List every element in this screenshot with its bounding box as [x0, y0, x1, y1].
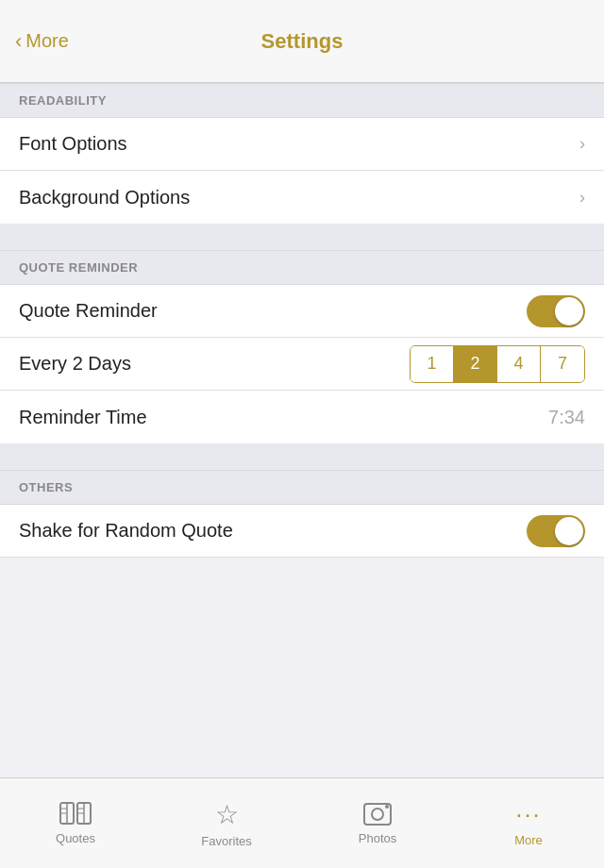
segmented-control-area: 1 2 4 7 [410, 345, 585, 383]
back-label: More [25, 30, 69, 52]
section-gap-2 [0, 443, 604, 470]
tab-more-label: More [514, 833, 543, 847]
reminder-time-value-area: 7:34 [548, 407, 585, 428]
every-days-row: Every 2 Days 1 2 4 7 [0, 338, 604, 391]
book-icon [59, 801, 92, 827]
reminder-time-row[interactable]: Reminder Time 7:34 [0, 391, 604, 443]
star-icon: ☆ [215, 799, 239, 830]
tab-favorites-label: Favorites [201, 834, 251, 848]
back-chevron-icon: ‹ [15, 29, 22, 54]
background-options-row[interactable]: Background Options › [0, 171, 604, 224]
page-title: Settings [261, 29, 344, 54]
tab-photos-label: Photos [359, 831, 396, 845]
seg-btn-7[interactable]: 7 [541, 346, 584, 382]
tab-photos[interactable]: Photos [302, 778, 453, 868]
background-options-chevron-area: › [579, 188, 585, 208]
seg-btn-1[interactable]: 1 [411, 346, 454, 382]
quote-reminder-section-header: QUOTE REMINDER [0, 250, 604, 285]
seg-btn-2[interactable]: 2 [454, 346, 497, 382]
readability-section: Font Options › Background Options › [0, 118, 604, 224]
photo-icon [362, 801, 393, 827]
tab-quotes[interactable]: Quotes [0, 778, 151, 868]
shake-toggle-knob [555, 517, 583, 545]
quote-reminder-row: Quote Reminder [0, 285, 604, 338]
quote-reminder-section: Quote Reminder Every 2 Days 1 2 4 7 Remi… [0, 285, 604, 443]
font-options-chevron-icon: › [579, 134, 585, 154]
font-options-chevron-area: › [579, 134, 585, 154]
back-button[interactable]: ‹ More [15, 29, 69, 54]
toggle-knob [555, 297, 583, 326]
shake-random-toggle[interactable] [527, 515, 585, 547]
others-section: Shake for Random Quote [0, 505, 604, 558]
tab-more[interactable]: ··· More [453, 778, 604, 868]
tab-favorites[interactable]: ☆ Favorites [151, 778, 302, 868]
seg-btn-4[interactable]: 4 [497, 346, 541, 382]
every-days-label: Every 2 Days [19, 353, 131, 375]
readability-section-header: READABILITY [0, 83, 604, 118]
tab-quotes-label: Quotes [56, 831, 95, 845]
svg-point-9 [372, 809, 383, 820]
background-options-label: Background Options [19, 187, 190, 209]
shake-random-label: Shake for Random Quote [19, 520, 233, 542]
quote-reminder-toggle[interactable] [527, 295, 585, 327]
quote-reminder-label: Quote Reminder [19, 300, 158, 322]
section-gap-1 [0, 224, 604, 250]
others-section-header: OTHERS [0, 470, 604, 505]
reminder-time-value: 7:34 [548, 407, 585, 428]
days-segmented-control[interactable]: 1 2 4 7 [410, 345, 585, 383]
quote-reminder-toggle-area [527, 295, 585, 327]
navigation-bar: ‹ More Settings [0, 0, 604, 83]
reminder-time-label: Reminder Time [19, 407, 147, 428]
svg-point-10 [385, 805, 389, 809]
tab-bar: Quotes ☆ Favorites Photos ··· More [0, 777, 604, 868]
font-options-row[interactable]: Font Options › [0, 118, 604, 171]
background-options-chevron-icon: › [579, 188, 585, 208]
more-dots-icon: ··· [515, 800, 542, 829]
font-options-label: Font Options [19, 133, 127, 155]
shake-random-row: Shake for Random Quote [0, 505, 604, 558]
